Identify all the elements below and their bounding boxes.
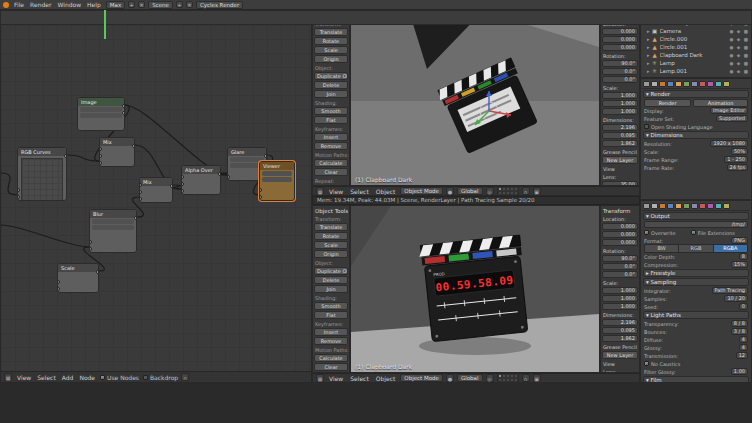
animation-button[interactable]: Animation	[693, 99, 748, 107]
node-scale[interactable]: Scale	[57, 263, 99, 293]
location-value-field[interactable]: 0.000	[602, 36, 638, 43]
properties-tab-constraints[interactable]	[683, 203, 690, 209]
curve-widget[interactable]	[21, 158, 63, 201]
properties-tab-material[interactable]	[699, 81, 706, 87]
menu-file[interactable]: File	[12, 0, 26, 9]
menu-node[interactable]: Node	[77, 373, 97, 382]
toggle-backdrop[interactable]: Backdrop	[143, 374, 178, 381]
node-mix[interactable]: Mix	[139, 177, 173, 203]
location-value-field[interactable]: 0.000	[602, 28, 638, 35]
scale-value-field[interactable]: 1.000	[602, 92, 638, 99]
checkbox-icon[interactable]: ✓	[644, 230, 649, 235]
expand-arrow-icon[interactable]: ▸	[647, 44, 650, 50]
properties-tab-world[interactable]	[667, 203, 674, 209]
calculate-button[interactable]: Calculate	[314, 354, 348, 362]
output-socket[interactable]	[122, 104, 125, 108]
menu-view[interactable]: View	[327, 187, 345, 196]
transmission--field[interactable]: 12	[736, 352, 748, 359]
section-sampling[interactable]: ▾ Sampling	[643, 278, 749, 286]
flat-button[interactable]: Flat	[314, 116, 348, 124]
outliner-row-circle-000[interactable]: ▸▲Circle.000● ◆ ■	[641, 35, 751, 43]
orientation-dropdown[interactable]: Global	[457, 187, 483, 195]
properties-tab-render-layers[interactable]	[651, 81, 658, 87]
properties-tab-texture[interactable]	[707, 81, 714, 87]
checkbox-icon[interactable]: ✓	[644, 361, 649, 366]
render-preview-icon[interactable]: ▣	[533, 374, 541, 382]
output-socket[interactable]	[134, 216, 137, 220]
viewport-shading-icon[interactable]: ●	[446, 187, 454, 195]
layout-dropdown[interactable]: Max	[106, 1, 125, 9]
scale-button[interactable]: Scale	[314, 46, 348, 54]
menu-select[interactable]: Select	[348, 374, 371, 383]
expand-arrow-icon[interactable]: ▸	[647, 68, 650, 74]
calculate-button[interactable]: Calculate	[314, 159, 348, 167]
translate-button[interactable]: Translate	[314, 28, 348, 36]
layer-dot[interactable]	[514, 191, 518, 195]
dimensions-value-field[interactable]: 2.196	[602, 319, 638, 326]
delete-scene-icon[interactable]: ✕	[186, 1, 193, 8]
output-socket[interactable]	[264, 154, 267, 158]
outliner-row-camera[interactable]: ▸▣Camera● ◆ ■	[641, 27, 751, 35]
render-preview-icon[interactable]: ▣	[533, 187, 541, 195]
dimensions-value-field[interactable]: 0.095	[602, 132, 638, 139]
menu-window[interactable]: Window	[55, 0, 83, 9]
visibility-toggles[interactable]: ● ◆ ■	[730, 69, 750, 74]
section-dimensions[interactable]: ▾ Dimensions	[643, 131, 749, 139]
scale-value-field[interactable]: 1.000	[602, 100, 638, 107]
expand-arrow-icon[interactable]: ▸	[647, 36, 650, 42]
properties-tab-physics[interactable]	[723, 203, 730, 209]
remove-button[interactable]: Remove	[314, 337, 348, 345]
properties-tab-scene[interactable]	[659, 81, 666, 87]
properties-tab-particles[interactable]	[715, 81, 722, 87]
render-button[interactable]: Render	[644, 99, 691, 107]
node-alpha-over[interactable]: Alpha Over	[181, 165, 221, 195]
flat-button[interactable]: Flat	[314, 311, 348, 319]
bounces--field[interactable]: 3 / 8	[731, 328, 748, 335]
output-socket[interactable]	[122, 111, 125, 115]
origin-button[interactable]: Origin	[314, 55, 348, 63]
visibility-toggles[interactable]: ● ◆ ■	[730, 53, 750, 58]
outliner-row-circle-001[interactable]: ▸▲Circle.001● ◆ ■	[641, 43, 751, 51]
section-film[interactable]: ▾ Film	[643, 376, 749, 383]
filter-glossy--field[interactable]: 1.00	[731, 368, 748, 375]
new-layer-button[interactable]: New Layer	[602, 156, 638, 164]
node-viewer[interactable]: Viewer	[259, 161, 295, 201]
visibility-toggles[interactable]: ● ◆ ■	[730, 29, 750, 34]
rotation-value-field[interactable]: 90.0°	[602, 60, 638, 67]
viewport-shading-icon[interactable]: ●	[446, 374, 454, 382]
properties-tab-modifiers[interactable]	[691, 203, 698, 209]
display--field[interactable]: Image Editor	[710, 107, 748, 114]
delete-button[interactable]: Delete	[314, 81, 348, 89]
properties-tab-texture[interactable]	[707, 203, 714, 209]
node-blur[interactable]: Blur	[89, 209, 137, 253]
checkbox-icon[interactable]	[644, 124, 649, 129]
expand-arrow-icon[interactable]: ▸	[647, 28, 650, 34]
insert-button[interactable]: Insert	[314, 133, 348, 141]
node-mix[interactable]: Mix	[99, 137, 135, 167]
clear-button[interactable]: Clear	[314, 363, 348, 371]
duplicate-objects-button[interactable]: Duplicate Objects	[314, 72, 348, 80]
scale-value-field[interactable]: 1.000	[602, 287, 638, 294]
properties-tab-modifiers[interactable]	[691, 81, 698, 87]
new-layer-button[interactable]: New Layer	[602, 351, 638, 359]
scale-value-field[interactable]: 1.000	[602, 295, 638, 302]
menu-help[interactable]: Help	[85, 0, 103, 9]
glossy--field[interactable]: 4	[739, 344, 748, 351]
output-socket[interactable]	[218, 172, 221, 176]
section-output[interactable]: ▾ Output	[643, 212, 749, 220]
mode-dropdown[interactable]: Object Mode	[400, 187, 443, 195]
visibility-toggles[interactable]: ● ◆ ■	[730, 37, 750, 42]
viewport-editor-type-icon[interactable]: ▦	[316, 374, 324, 382]
transparency--field[interactable]: 8 / 8	[731, 320, 748, 327]
origin-button[interactable]: Origin	[314, 250, 348, 258]
section-render[interactable]: ▾ Render	[643, 90, 749, 98]
location-value-field[interactable]: 0.000	[602, 239, 638, 246]
location-value-field[interactable]: 0.000	[602, 44, 638, 51]
outliner-row-lamp-001[interactable]: ▸☼Lamp.001● ◆ ■	[641, 67, 751, 75]
expand-arrow-icon[interactable]: ▸	[647, 52, 650, 58]
output-socket[interactable]	[64, 154, 67, 158]
segment-rgba[interactable]: RGBA	[714, 245, 747, 252]
duplicate-objects-button[interactable]: Duplicate Objects	[314, 267, 348, 275]
snap-magnet-icon[interactable]: ∩	[522, 187, 530, 195]
timeline-playhead[interactable]	[104, 10, 106, 39]
